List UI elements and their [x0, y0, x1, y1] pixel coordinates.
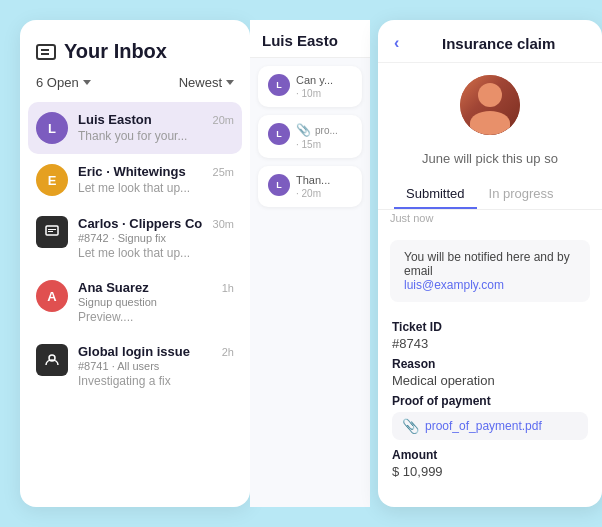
avatar: L [268, 174, 290, 196]
tabs-row: Submitted In progress [378, 178, 602, 210]
attachment-text: pro... [315, 125, 338, 136]
message-time: · 10m [296, 88, 352, 99]
inbox-title: Your Inbox [64, 40, 167, 63]
chevron-down-icon [83, 80, 91, 85]
paperclip-icon: 📎 [296, 123, 311, 137]
notification-text: You will be notified here and by email [404, 250, 570, 278]
message-preview: Investigating a fix [78, 374, 212, 388]
item-sub: #8741 · All users [78, 360, 212, 372]
filter-row: 6 Open Newest [36, 75, 234, 90]
inbox-list: L Luis Easton Thank you for your... 20m … [20, 102, 250, 398]
avatar: L [36, 112, 68, 144]
svg-rect-2 [48, 231, 53, 232]
message-time: · 15m [296, 139, 352, 150]
message-bubble: L 📎 pro... · 15m [258, 115, 362, 158]
message-time: 2h [222, 346, 234, 358]
svg-rect-1 [48, 229, 56, 230]
avatar: A [36, 280, 68, 312]
user-avatar-large [460, 75, 520, 135]
message-time: 30m [213, 218, 234, 230]
avatar [36, 216, 68, 248]
list-item[interactable]: Carlos · Clippers Co #8742 · Signup fix … [20, 206, 250, 270]
file-name: proof_of_payment.pdf [425, 419, 542, 433]
file-attachment[interactable]: 📎 proof_of_payment.pdf [392, 412, 588, 440]
list-item[interactable]: E Eric · Whitewings Let me look that up.… [20, 154, 250, 206]
tab-submitted[interactable]: Submitted [394, 178, 477, 209]
chevron-down-icon [226, 80, 234, 85]
message-text: Than... [296, 174, 352, 186]
avatar: L [268, 74, 290, 96]
avatar-image [460, 75, 520, 135]
avatar: L [268, 123, 290, 145]
pickup-notice: June will pick this up so [378, 147, 602, 178]
contact-name: Carlos · Clippers Co [78, 216, 203, 231]
message-bubble: L Can y... · 10m [258, 66, 362, 107]
tab-in-progress[interactable]: In progress [477, 178, 566, 209]
conversation-contact-name: Luis Easto [262, 32, 358, 49]
message-text: Can y... [296, 74, 352, 86]
contact-name: Eric · Whitewings [78, 164, 203, 179]
message-preview: Let me look that up... [78, 181, 203, 195]
item-sub: Signup question [78, 296, 212, 308]
conversation-header: Luis Easto [250, 20, 370, 58]
field-label-ticket: Ticket ID [392, 320, 588, 334]
field-label-proof: Proof of payment [392, 394, 588, 408]
message-preview: Thank you for your... [78, 129, 203, 143]
svg-rect-0 [46, 226, 58, 235]
message-time: · 20m [296, 188, 352, 199]
paperclip-icon: 📎 [402, 418, 419, 434]
notification-email: luis@examply.com [404, 278, 504, 292]
inbox-header: Your Inbox 6 Open Newest [20, 40, 250, 102]
back-button[interactable]: ‹ [394, 34, 399, 52]
field-value-ticket: #8743 [392, 336, 588, 351]
message-preview: Let me look that up... [78, 246, 203, 260]
message-preview: Preview.... [78, 310, 212, 324]
contact-name: Luis Easton [78, 112, 203, 127]
attachment-preview: 📎 pro... [296, 123, 352, 137]
detail-title: Insurance claim [411, 35, 586, 52]
detail-panel: ‹ Insurance claim June will pick this up… [378, 20, 602, 507]
message-time: 20m [213, 114, 234, 126]
contact-name: Global login issue [78, 344, 212, 359]
detail-header: ‹ Insurance claim [378, 20, 602, 63]
message-bubble: L Than... · 20m [258, 166, 362, 207]
list-item[interactable]: Global login issue #8741 · All users Inv… [20, 334, 250, 398]
conversation-messages: L Can y... · 10m L 📎 pro... · 15m L [250, 58, 370, 215]
field-label-amount: Amount [392, 448, 588, 462]
notification-box: You will be notified here and by email l… [390, 240, 590, 302]
list-item[interactable]: A Ana Suarez Signup question Preview....… [20, 270, 250, 334]
inbox-title-row: Your Inbox [36, 40, 234, 63]
open-filter-button[interactable]: 6 Open [36, 75, 91, 90]
field-value-amount: $ 10,999 [392, 464, 588, 479]
message-time: 1h [222, 282, 234, 294]
conversation-panel: Luis Easto L Can y... · 10m L 📎 pro... ·… [250, 20, 370, 507]
inbox-icon [36, 44, 56, 60]
tab-sub-label: Just now [378, 210, 602, 230]
avatar [36, 344, 68, 376]
main-container: Your Inbox 6 Open Newest L Luis Easton [0, 0, 602, 527]
field-label-reason: Reason [392, 357, 588, 371]
item-sub: #8742 · Signup fix [78, 232, 203, 244]
inbox-panel: Your Inbox 6 Open Newest L Luis Easton [20, 20, 250, 507]
message-time: 25m [213, 166, 234, 178]
newest-filter-button[interactable]: Newest [179, 75, 234, 90]
list-item[interactable]: L Luis Easton Thank you for your... 20m [28, 102, 242, 154]
avatar: E [36, 164, 68, 196]
detail-section: Ticket ID #8743 Reason Medical operation… [378, 312, 602, 493]
field-value-reason: Medical operation [392, 373, 588, 388]
contact-name: Ana Suarez [78, 280, 212, 295]
